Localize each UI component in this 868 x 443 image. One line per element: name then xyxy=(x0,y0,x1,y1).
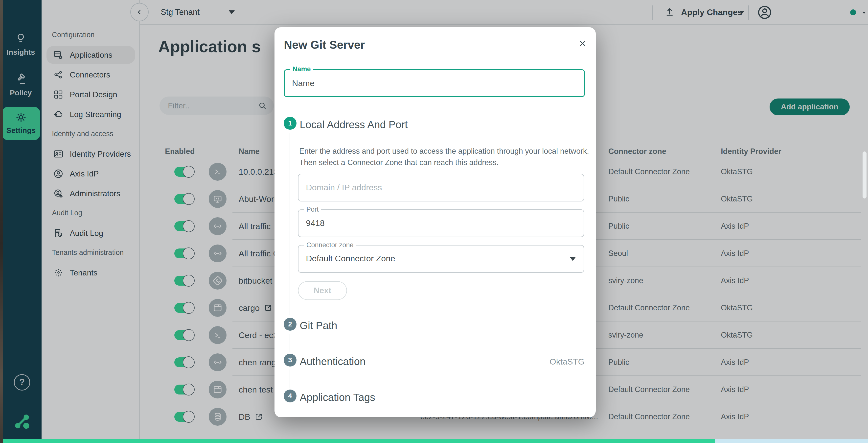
step-1-indicator: 1 xyxy=(284,117,297,130)
connector-zone-select[interactable]: Connector zone Default Connector Zone xyxy=(298,245,584,273)
step-4-indicator: 4 xyxy=(284,389,297,403)
app-viewport: Insights Policy Settings ? Configuration… xyxy=(0,0,868,443)
step-3-indicator: 3 xyxy=(284,354,297,366)
step-3-title[interactable]: Authentication xyxy=(300,356,366,367)
close-icon[interactable]: × xyxy=(579,38,586,49)
step-4-title[interactable]: Application Tags xyxy=(300,391,375,404)
step-3-selected-value: OktaSTG xyxy=(550,357,585,366)
domain-field xyxy=(298,174,584,202)
bottom-progress-bar-green xyxy=(3,439,715,443)
connector-zone-value: Default Connector Zone xyxy=(306,254,395,263)
next-button[interactable]: Next xyxy=(298,281,347,300)
step-1-description: Enter the address and port used to acces… xyxy=(299,146,589,168)
step-2-title[interactable]: Git Path xyxy=(300,320,337,332)
dialog-title: New Git Server xyxy=(284,38,365,52)
stepper-connector xyxy=(289,132,290,315)
scrollbar-thumb[interactable] xyxy=(863,151,867,199)
domain-input[interactable] xyxy=(306,174,565,201)
port-field: Port xyxy=(298,209,584,237)
name-field: Name xyxy=(284,69,585,97)
name-input[interactable] xyxy=(292,70,564,96)
stepper-connector xyxy=(289,370,290,388)
port-input[interactable] xyxy=(306,210,565,236)
step-1-title[interactable]: Local Address And Port xyxy=(300,119,408,131)
new-git-server-dialog: New Git Server × Name 1 Local Address An… xyxy=(275,27,596,417)
chevron-down-icon[interactable] xyxy=(570,257,576,261)
step-2-indicator: 2 xyxy=(284,318,297,331)
connector-zone-label: Connector zone xyxy=(304,241,356,249)
bottom-progress-bar-blue xyxy=(715,439,868,443)
stepper-connector xyxy=(289,334,290,352)
